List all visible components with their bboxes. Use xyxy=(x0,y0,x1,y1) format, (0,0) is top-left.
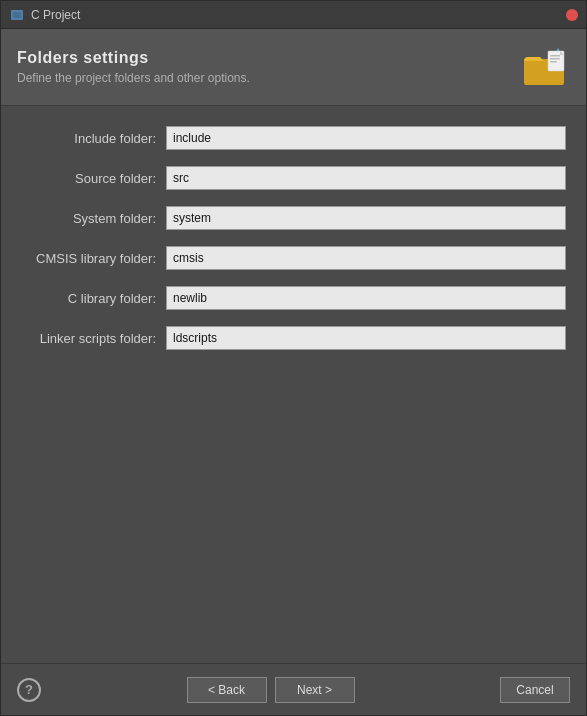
form-row-system-folder: System folder: xyxy=(21,206,566,230)
include-folder-label: Include folder: xyxy=(21,131,166,146)
header-icon xyxy=(518,41,570,93)
next-button[interactable]: Next > xyxy=(275,677,355,703)
form-row-linker-scripts-folder: Linker scripts folder: xyxy=(21,326,566,350)
footer-left: ? xyxy=(17,678,41,702)
svg-rect-1 xyxy=(13,12,21,18)
footer-right: Cancel xyxy=(500,677,570,703)
c-library-folder-label: C library folder: xyxy=(21,291,166,306)
svg-rect-6 xyxy=(550,61,557,63)
footer: ? < Back Next > Cancel xyxy=(1,663,586,715)
window-controls xyxy=(566,9,578,21)
page-title: Folders settings xyxy=(17,49,250,67)
header-text: Folders settings Define the project fold… xyxy=(17,49,250,85)
svg-rect-4 xyxy=(550,55,560,57)
footer-center: < Back Next > xyxy=(187,677,355,703)
form-content: Include folder:Source folder:System fold… xyxy=(1,106,586,663)
linker-scripts-folder-input[interactable] xyxy=(166,326,566,350)
window-title: C Project xyxy=(31,8,560,22)
source-folder-input[interactable] xyxy=(166,166,566,190)
linker-scripts-folder-label: Linker scripts folder: xyxy=(21,331,166,346)
header-section: Folders settings Define the project fold… xyxy=(1,29,586,106)
source-folder-label: Source folder: xyxy=(21,171,166,186)
include-folder-input[interactable] xyxy=(166,126,566,150)
close-button[interactable] xyxy=(566,9,578,21)
cancel-button[interactable]: Cancel xyxy=(500,677,570,703)
system-folder-input[interactable] xyxy=(166,206,566,230)
main-window: C Project Folders settings Define the pr… xyxy=(0,0,587,716)
app-icon xyxy=(9,7,25,23)
form-row-source-folder: Source folder: xyxy=(21,166,566,190)
form-row-cmsis-folder: CMSIS library folder: xyxy=(21,246,566,270)
title-bar: C Project xyxy=(1,1,586,29)
cmsis-folder-label: CMSIS library folder: xyxy=(21,251,166,266)
cmsis-folder-input[interactable] xyxy=(166,246,566,270)
back-button[interactable]: < Back xyxy=(187,677,267,703)
c-library-folder-input[interactable] xyxy=(166,286,566,310)
help-button[interactable]: ? xyxy=(17,678,41,702)
svg-rect-5 xyxy=(550,58,560,60)
form-row-c-library-folder: C library folder: xyxy=(21,286,566,310)
page-subtitle: Define the project folders and other opt… xyxy=(17,71,250,85)
form-row-include-folder: Include folder: xyxy=(21,126,566,150)
system-folder-label: System folder: xyxy=(21,211,166,226)
